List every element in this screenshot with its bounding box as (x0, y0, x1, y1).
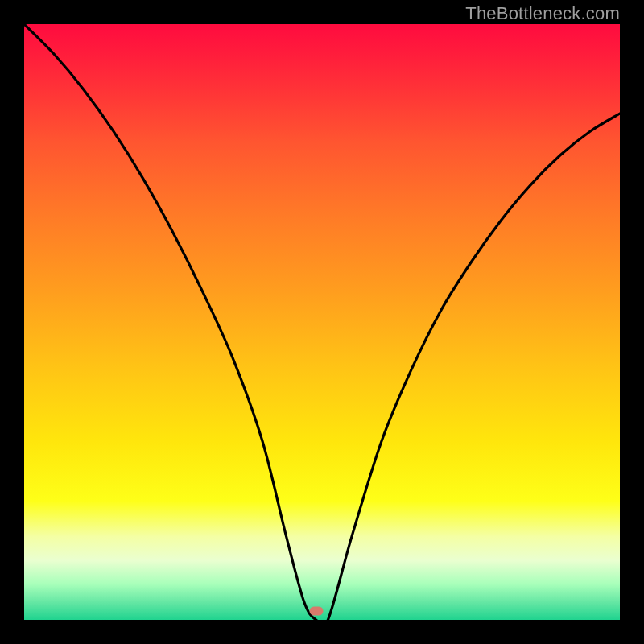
plot-area (24, 24, 620, 620)
watermark-text: TheBottleneck.com (465, 3, 620, 24)
optimal-point-marker (309, 606, 323, 615)
chart-frame: TheBottleneck.com (0, 0, 644, 644)
bottleneck-curve (24, 24, 620, 620)
